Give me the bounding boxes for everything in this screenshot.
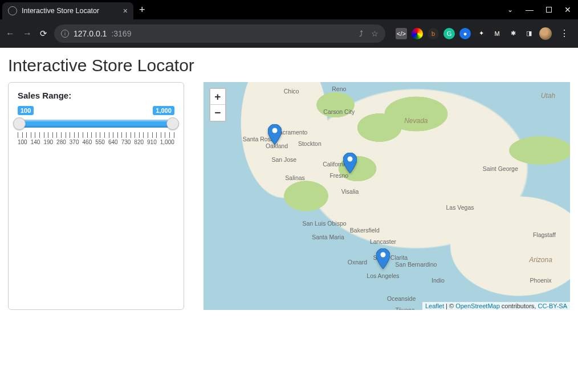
profile-avatar[interactable] (539, 27, 552, 40)
map-city-label: Flagstaff (533, 231, 556, 238)
store-map[interactable]: + − ChicoRenoSacramentoCarson CitySanta … (203, 82, 570, 310)
osm-link[interactable]: OpenStreetMap (455, 303, 500, 309)
color-extension-icon[interactable] (412, 28, 423, 39)
address-bar[interactable]: i 127.0.0.1:3169 ⤴ ☆ (54, 24, 385, 43)
slider-min-tooltip: 100 (18, 106, 34, 115)
slider-tick-label: 370 (70, 139, 79, 145)
map-city-label: Visalia (341, 188, 359, 195)
map-city-label: San Luis Obispo (303, 220, 347, 227)
map-city-label: Los Angeles (367, 272, 399, 279)
window-controls: ⌄ — ✕ (507, 5, 576, 14)
map-city-label: Carson City (323, 108, 355, 115)
window-close-button[interactable]: ✕ (564, 5, 571, 14)
map-city-label: Phoenix (530, 277, 552, 284)
tab-strip: Interactive Store Locator × + (2, 0, 145, 19)
map-city-label: Tijuana (396, 307, 415, 310)
map-city-label: Oxnard (348, 259, 367, 266)
bookmark-icon[interactable]: ☆ (371, 29, 378, 38)
map-city-label: Saint George (483, 165, 518, 172)
map-city-label: Lancaster (370, 238, 396, 245)
attribution-contributors: contributors, (500, 303, 538, 309)
slider-tick-label: 460 (83, 139, 92, 145)
map-city-label: Las Vegas (446, 204, 474, 211)
reload-button[interactable]: ⟳ (40, 28, 47, 39)
browser-menu-button[interactable]: ⋮ (556, 28, 572, 39)
window-dropdown-button[interactable]: ⌄ (507, 6, 513, 14)
slider-tick-label: 640 (108, 139, 118, 145)
zoom-in-button[interactable]: + (210, 89, 225, 105)
map-state-label: Arizona (529, 256, 552, 264)
sales-range-label: Sales Range: (18, 91, 174, 100)
slider-tick-label: 280 (56, 139, 66, 145)
browser-tab[interactable]: Interactive Store Locator × (2, 2, 133, 19)
sidepanel-icon[interactable]: ◨ (523, 28, 535, 39)
tab-close-button[interactable]: × (123, 6, 128, 15)
page-body: Interactive Store Locator Sales Range: 1… (0, 48, 578, 392)
map-city-label: Salinas (285, 174, 304, 181)
map-state-label: Nevada (404, 117, 428, 125)
marker-los-angeles[interactable] (376, 248, 390, 269)
map-city-label: Oceanside (387, 295, 416, 302)
window-minimize-button[interactable]: — (526, 5, 534, 14)
slider-scale: 1001401902803704605506407308209101,000 (18, 139, 174, 145)
attribution-sep: | © (444, 303, 455, 309)
sales-range-filter-card: Sales Range: 100 1,000 10014019028037046… (8, 82, 184, 310)
page-title: Interactive Store Locator (8, 56, 570, 75)
browser-toolbar: ← → ⟳ i 127.0.0.1:3169 ⤴ ☆ </> b G ● ✦ M… (0, 19, 578, 48)
svg-point-0 (272, 128, 278, 133)
zoom-out-button[interactable]: − (210, 105, 225, 121)
share-icon[interactable]: ⤴ (359, 29, 363, 38)
map-city-label: San Bernardino (395, 261, 437, 268)
bugsnag-extension-icon[interactable]: b (428, 28, 439, 39)
slider-tick-label: 910 (147, 139, 157, 145)
map-zoom-controls: + − (209, 88, 226, 122)
map-city-label: Bakersfield (350, 227, 380, 234)
metamask-extension-icon[interactable]: M (491, 28, 503, 39)
back-button[interactable]: ← (6, 28, 15, 39)
license-link[interactable]: CC-BY-SA (538, 303, 567, 309)
map-city-label: Stockton (298, 140, 321, 147)
forward-button[interactable]: → (23, 28, 32, 39)
blue-extension-icon[interactable]: ● (459, 28, 471, 39)
slider-ticks (18, 132, 174, 138)
map-city-label: San Jose (271, 156, 296, 163)
sales-range-slider[interactable]: 100 1,000 100140190280370460550640730820… (18, 106, 174, 145)
map-city-label: Chico (284, 88, 299, 95)
svg-point-2 (380, 252, 385, 258)
map-city-label: Santa Maria (312, 234, 344, 240)
marker-fresno[interactable] (343, 153, 357, 173)
slider-tick-label: 550 (95, 139, 105, 145)
slider-tick-label: 1,000 (160, 139, 174, 145)
slider-tick-label: 820 (134, 139, 144, 145)
slider-handle-max[interactable] (166, 117, 179, 130)
dark-extension-icon[interactable]: ✦ (475, 28, 487, 39)
map-state-label: Utah (541, 92, 555, 100)
devtools-extension-icon[interactable]: </> (396, 28, 407, 39)
address-port: :3169 (111, 29, 131, 38)
site-info-icon[interactable]: i (61, 30, 69, 38)
svg-point-1 (348, 157, 353, 162)
extensions-row: </> b G ● ✦ M ✱ ◨ ⋮ (392, 27, 572, 40)
nav-button-group: ← → ⟳ (6, 28, 47, 39)
globe-icon (8, 6, 17, 15)
browser-titlebar: Interactive Store Locator × + ⌄ — ✕ (0, 0, 578, 19)
slider-tick-label: 100 (18, 139, 27, 145)
grammarly-extension-icon[interactable]: G (443, 28, 455, 39)
slider-bar[interactable] (18, 120, 174, 128)
map-attribution: Leaflet | © OpenStreetMap contributors, … (422, 302, 570, 310)
tab-title: Interactive Store Locator (22, 7, 99, 15)
slider-tick-label: 730 (121, 139, 131, 145)
new-tab-button[interactable]: + (139, 5, 145, 15)
map-city-label: Indio (432, 277, 445, 284)
address-host: 127.0.0.1 (74, 29, 107, 38)
window-maximize-button[interactable] (546, 7, 552, 13)
map-city-label: Reno (332, 85, 346, 92)
slider-tick-label: 140 (31, 139, 40, 145)
extensions-puzzle-icon[interactable]: ✱ (507, 28, 519, 39)
marker-oakland[interactable] (268, 124, 282, 145)
slider-tick-label: 190 (43, 139, 53, 145)
leaflet-link[interactable]: Leaflet (425, 303, 444, 309)
slider-max-tooltip: 1,000 (153, 106, 174, 115)
slider-handle-min[interactable] (13, 117, 26, 130)
